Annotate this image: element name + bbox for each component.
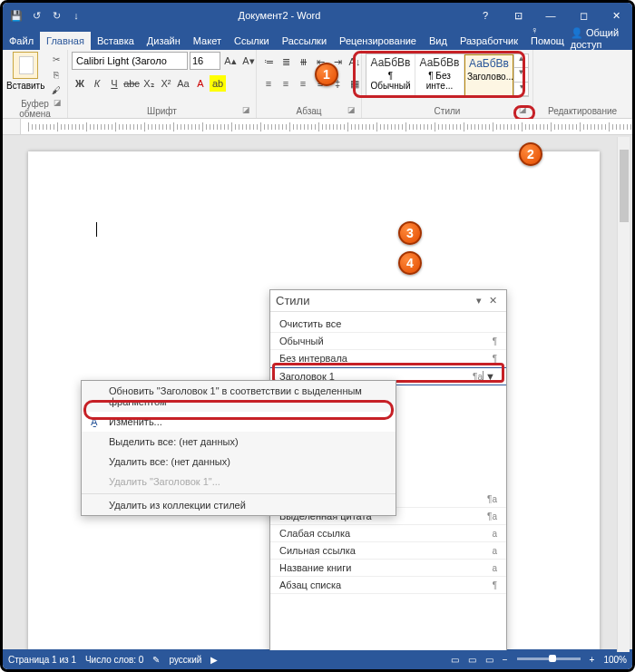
gallery-up-icon[interactable]: ▲ xyxy=(514,54,528,68)
tab-review[interactable]: Рецензирование xyxy=(333,32,423,50)
annotation-2: 2 xyxy=(519,142,542,166)
grow-font-button[interactable]: A▴ xyxy=(222,53,239,69)
tell-me[interactable]: ♀ Помощ xyxy=(524,21,571,50)
status-proofing-icon[interactable]: ✎ xyxy=(152,655,160,665)
style-clear-all[interactable]: Очистить все xyxy=(270,316,506,333)
ctx-modify-style[interactable]: A̱Изменить... xyxy=(82,412,396,432)
ctx-remove-gallery[interactable]: Удалить из коллекции стилей xyxy=(82,493,396,515)
style-item-nospacing[interactable]: АаБбВв ¶ Без инте... xyxy=(415,54,464,96)
text-cursor xyxy=(96,222,97,237)
underline-button[interactable]: Ч xyxy=(106,75,122,92)
vertical-scrollbar[interactable] xyxy=(617,137,630,652)
style-intense-ref[interactable]: Сильная ссылкаa xyxy=(270,542,506,560)
numbering-button[interactable]: ≣ xyxy=(278,54,294,70)
ribbon-tabs: Файл Главная Вставка Дизайн Макет Ссылки… xyxy=(3,28,632,50)
styles-pane-title: Стили xyxy=(276,294,473,307)
style-subtle-ref[interactable]: Слабая ссылкаa xyxy=(270,525,506,542)
view-web-icon[interactable]: ▭ xyxy=(485,655,493,665)
style-normal[interactable]: Обычный¶ xyxy=(270,333,506,350)
group-clipboard: Вставить ✂ ⎘ 🖌 Буфер обмена ◪ xyxy=(3,50,68,118)
font-size-input[interactable] xyxy=(190,52,220,70)
minimize-button[interactable]: — xyxy=(534,10,567,22)
subscript-button[interactable]: X₂ xyxy=(141,75,157,92)
zoom-level[interactable]: 100% xyxy=(603,655,627,665)
share-button[interactable]: 👤 Общий доступ xyxy=(571,27,625,50)
styles-gallery: АаБбВв ¶ Обычный АаБбВв ¶ Без инте... Аа… xyxy=(366,54,529,97)
annotation-1: 1 xyxy=(315,63,338,86)
annotation-4: 4 xyxy=(398,251,422,275)
zoom-slider[interactable] xyxy=(517,657,581,660)
tab-view[interactable]: Вид xyxy=(423,32,454,50)
copy-button[interactable]: ⎘ xyxy=(48,70,64,83)
tab-references[interactable]: Ссылки xyxy=(228,32,276,50)
tab-mailings[interactable]: Рассылки xyxy=(276,32,333,50)
tab-developer[interactable]: Разработчик xyxy=(454,32,524,50)
italic-button[interactable]: К xyxy=(89,75,105,92)
shrink-font-button[interactable]: A▾ xyxy=(240,53,257,69)
format-painter-button[interactable]: 🖌 xyxy=(48,85,64,98)
styles-pane-pin-icon[interactable]: ▾ xyxy=(473,295,485,307)
styles-pane-list: Очистить все Обычный¶ Без интервала¶ Заг… xyxy=(270,312,506,389)
status-words[interactable]: Число слов: 0 xyxy=(85,655,143,665)
bold-button[interactable]: Ж xyxy=(72,75,88,92)
cut-button[interactable]: ✂ xyxy=(48,54,64,67)
view-read-icon[interactable]: ▭ xyxy=(451,655,459,665)
align-right-button[interactable]: ≡ xyxy=(295,75,311,92)
style-dropdown-icon[interactable]: ▼ xyxy=(483,371,497,382)
highlight-button[interactable]: ab xyxy=(210,75,226,92)
style-list-paragraph[interactable]: Абзац списка¶ xyxy=(270,577,506,594)
status-macro-icon[interactable]: ▶ xyxy=(210,655,218,665)
multilevel-button[interactable]: ⧻ xyxy=(295,54,311,70)
style-nospacing[interactable]: Без интервала¶ xyxy=(270,350,506,367)
tab-home[interactable]: Главная xyxy=(40,32,91,50)
status-language[interactable]: русский xyxy=(169,655,201,665)
font-name-input[interactable] xyxy=(72,52,188,70)
qat-save-icon[interactable]: 💾 xyxy=(8,10,24,22)
superscript-button[interactable]: X² xyxy=(158,75,174,92)
tab-design[interactable]: Дизайн xyxy=(141,32,187,50)
tab-file[interactable]: Файл xyxy=(3,32,40,50)
style-context-menu: Обновить "Заголовок 1" в соответствии с … xyxy=(81,380,396,516)
ctx-select-all[interactable]: Выделить все: (нет данных) xyxy=(82,432,396,452)
group-label-clipboard: Буфер обмена ◪ xyxy=(6,98,64,121)
ctx-update-style[interactable]: Обновить "Заголовок 1" в соответствии с … xyxy=(82,381,396,412)
style-item-normal[interactable]: АаБбВв ¶ Обычный xyxy=(366,54,415,96)
qat-undo-icon[interactable]: ↺ xyxy=(28,10,44,22)
align-center-button[interactable]: ≡ xyxy=(278,75,294,92)
zoom-in-button[interactable]: + xyxy=(590,655,595,665)
group-label-paragraph: Абзац ◪ xyxy=(260,105,357,118)
change-case-button[interactable]: Aa xyxy=(175,75,191,92)
view-print-icon[interactable]: ▭ xyxy=(468,655,476,665)
ribbon-options-icon[interactable]: ⊡ xyxy=(502,10,534,22)
zoom-out-button[interactable]: − xyxy=(503,655,508,665)
qat-dropdown-icon[interactable]: ↓ xyxy=(68,10,84,22)
ctx-delete-all[interactable]: Удалить все: (нет данных) xyxy=(82,452,396,472)
status-page[interactable]: Страница 1 из 1 xyxy=(8,655,76,665)
paragraph-launcher-icon[interactable]: ◪ xyxy=(347,105,356,114)
help-icon[interactable]: ? xyxy=(469,10,502,22)
shading-button[interactable]: ▦ xyxy=(347,75,363,92)
window-controls: ? ⊡ — ◻ ✕ xyxy=(469,10,632,22)
styles-pane-close-icon[interactable]: ✕ xyxy=(485,295,501,307)
group-label-styles: Стили ◪ xyxy=(366,105,529,118)
maximize-button[interactable]: ◻ xyxy=(567,10,600,22)
style-item-heading1[interactable]: АаБбВв Заголово... xyxy=(464,54,513,96)
qat-redo-icon[interactable]: ↻ xyxy=(48,10,64,22)
gallery-down-icon[interactable]: ▼ xyxy=(514,68,528,82)
horizontal-ruler[interactable]: /*ticks rendered via loop below*/ xyxy=(3,119,632,135)
font-launcher-icon[interactable]: ◪ xyxy=(242,105,250,114)
strike-button[interactable]: abc xyxy=(123,75,140,92)
font-color-button[interactable]: A xyxy=(192,75,209,92)
style-book-title[interactable]: Название книгиa xyxy=(270,560,506,577)
sort-button[interactable]: A↓ xyxy=(347,54,363,70)
paste-button[interactable]: Вставить xyxy=(6,52,44,91)
tab-insert[interactable]: Вставка xyxy=(91,32,141,50)
tab-layout[interactable]: Макет xyxy=(187,32,228,50)
gallery-more-icon[interactable]: ▾ xyxy=(514,83,528,96)
clipboard-launcher-icon[interactable]: ◪ xyxy=(54,98,62,107)
align-left-button[interactable]: ≡ xyxy=(260,75,277,92)
styles-launcher-icon[interactable]: ◪ xyxy=(519,105,527,114)
group-label-editing: Редактирование xyxy=(537,105,628,118)
bullets-button[interactable]: ≔ xyxy=(260,54,277,70)
close-button[interactable]: ✕ xyxy=(600,10,632,22)
